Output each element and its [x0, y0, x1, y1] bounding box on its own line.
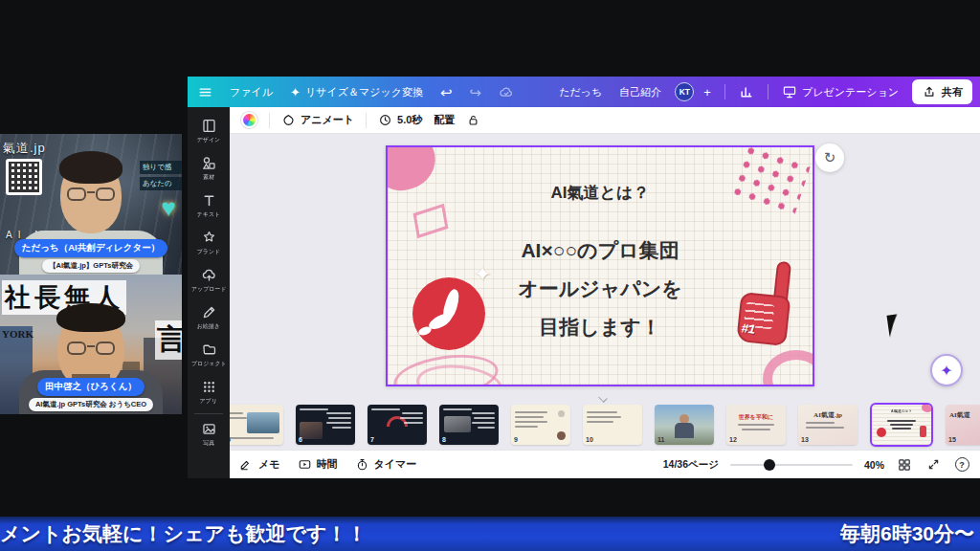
duration-toggle-button[interactable]: 時間 [298, 457, 338, 472]
apps-grid-icon [201, 379, 217, 395]
resize-magic-button[interactable]: ✦ リサイズ＆マジック変換 [286, 82, 427, 102]
duration-icon [298, 457, 312, 472]
page-thumbnail-8[interactable]: 8 [439, 405, 499, 445]
sidebar-item-uploads[interactable]: アップロード [188, 262, 230, 299]
page-thumbnail-7[interactable]: 7 [368, 405, 427, 445]
canva-sidebar: デザイン 素材 テキスト ブランド アップロード [188, 107, 230, 478]
add-member-button[interactable]: + [700, 83, 715, 101]
foam-finger-number: #1 [741, 320, 756, 336]
profile-intro-link[interactable]: 自己紹介 [615, 82, 665, 102]
regenerate-button[interactable]: ↻ [815, 143, 844, 172]
sidebar-item-draw[interactable]: お絵描き [188, 299, 230, 337]
page-thumbnail-11[interactable]: 11 [655, 405, 714, 445]
sidebar-item-apps[interactable]: アプリ [188, 374, 230, 411]
webcam-feed-tadacchi: 氣道.jp AI MUNI 独りで感 あなたの ♥ AI MU ただっち（AI共… [0, 134, 182, 275]
webcam-feed-tanaka: 社長無人 言 YORK 田中啓之（ひろくん） AI氣道.jp GPTs研究会 お… [0, 275, 182, 414]
file-menu-button[interactable]: ファイル [226, 82, 277, 102]
page-thumbnail-13[interactable]: AI氣道.jp 13 [798, 405, 858, 445]
grid-view-icon [897, 457, 912, 473]
slide-page-14[interactable]: AI氣道とは？ AI×○○のプロ集団 オールジャパンを 目指します！ ✦ [386, 145, 814, 386]
file-menu-label: ファイル [230, 85, 273, 99]
cloud-save-status[interactable] [495, 81, 518, 102]
fullscreen-button[interactable] [924, 456, 942, 474]
ticker-left-text: メントお気軽に！シェアも歓迎です！！ [0, 520, 367, 547]
collaborator-name[interactable]: ただっち [555, 82, 606, 102]
grid-view-button[interactable] [896, 456, 913, 474]
share-button[interactable]: 共有 [912, 79, 972, 104]
sidebar-item-design[interactable]: デザイン [188, 113, 230, 150]
magic-wand-icon: ✦ [290, 86, 301, 99]
folder-icon [201, 342, 217, 358]
presentation-label: プレゼンテーション [802, 85, 899, 99]
position-button[interactable]: 配置 [434, 113, 455, 127]
resize-magic-label: リサイズ＆マジック変換 [305, 85, 423, 99]
page-thumbnail-10[interactable]: 10 [583, 405, 642, 445]
redo-button[interactable]: ↪ [466, 82, 486, 102]
upload-cloud-icon [201, 267, 217, 283]
sidebar-item-photos[interactable]: 写真 [188, 416, 230, 453]
timer-icon [355, 457, 369, 472]
hamburger-menu-icon [197, 84, 212, 99]
color-picker-button[interactable] [241, 112, 257, 128]
clock-icon [378, 113, 392, 127]
main-menu-button[interactable] [193, 81, 216, 102]
webcam1-name-label: ただっち（AI共創ディレクター） [14, 239, 168, 257]
sidebar-item-text[interactable]: テキスト [188, 187, 230, 225]
webcam2-name-label: 田中啓之（ひろくん） [37, 378, 145, 396]
sidebar-item-projects[interactable]: プロジェクト [188, 337, 230, 374]
presentation-mode-button[interactable]: プレゼンテーション [778, 81, 902, 102]
help-button[interactable]: ? [953, 456, 970, 474]
user-avatar[interactable]: KT [675, 82, 694, 101]
page-thumbnail-5[interactable]: 5 [230, 405, 283, 445]
share-label: 共有 [942, 85, 963, 99]
stream-ticker: メントお気軽に！シェアも歓迎です！！ 毎朝6時30分〜 [0, 517, 980, 551]
refresh-icon: ↻ [824, 149, 836, 166]
notes-button[interactable]: メモ [239, 457, 280, 472]
page-thumbnail-14-selected[interactable]: AI氣道とは？ [870, 403, 933, 447]
stream-stage: 氣道.jp AI MUNI 独りで感 あなたの ♥ AI MU ただっち（AI共… [0, 0, 980, 551]
canva-topbar: ファイル ✦ リサイズ＆マジック変換 ↩ ↪ ただっち 自己紹介 [188, 77, 980, 107]
status-bar: メモ 時間 タイマー 14/36ページ [230, 450, 980, 478]
design-icon [201, 118, 217, 134]
ticker-right-text: 毎朝6時30分〜 [840, 520, 974, 547]
timer-button[interactable]: タイマー [355, 457, 417, 472]
undo-icon: ↩ [440, 85, 453, 99]
animate-button[interactable]: アニメート [281, 113, 354, 127]
notes-pen-icon [239, 457, 254, 472]
page-thumbnail-6[interactable]: 6 [296, 405, 355, 445]
duration-button[interactable]: 5.0秒 [378, 113, 422, 127]
lock-icon [466, 113, 480, 127]
sidebar-item-elements[interactable]: 素材 [188, 150, 230, 187]
page-filmstrip: 5 6 7 8 [230, 400, 980, 450]
mouse-cursor [886, 314, 900, 337]
presentation-icon [782, 84, 797, 99]
sidebar-divider [194, 413, 223, 414]
undo-button[interactable]: ↩ [436, 82, 457, 102]
zoom-level: 40% [864, 459, 884, 471]
sidebar-item-brand[interactable]: ブランド [188, 225, 230, 262]
sparkle-icon: ✦ [474, 262, 491, 287]
page-thumbnail-9[interactable]: 9 [511, 405, 570, 445]
page-thumbnail-15[interactable]: AI氣道 15 [946, 405, 980, 445]
page-indicator: 14/36ページ [663, 458, 719, 472]
animate-icon [281, 113, 296, 127]
lock-button[interactable] [466, 113, 480, 127]
zoom-slider-knob[interactable] [764, 459, 775, 471]
editor-area: アニメート 5.0秒 配置 [230, 107, 980, 478]
zoom-slider[interactable] [730, 458, 853, 472]
slide-title: AI氣道とは？ [388, 182, 813, 204]
cloud-icon [499, 84, 514, 99]
canva-assistant-button[interactable]: ✦ [930, 354, 963, 386]
page-thumbnail-12[interactable]: 世界を平和に 12 [726, 405, 786, 445]
collapse-filmstrip-chevron[interactable] [597, 392, 611, 402]
share-upload-icon [922, 84, 937, 99]
draw-pen-icon [201, 304, 217, 320]
help-icon: ? [955, 457, 969, 472]
insights-button[interactable] [735, 81, 758, 102]
redo-icon: ↪ [470, 85, 482, 99]
context-toolbar: アニメート 5.0秒 配置 [230, 107, 980, 134]
photos-icon [201, 421, 217, 437]
webcam2-subtitle-label: AI氣道.jp GPTs研究会 おうちCEO [29, 398, 153, 411]
bar-chart-icon [739, 84, 754, 99]
webcam1-name-tags: ただっち（AI共創ディレクター） 【AI氣道.jp】GPTs研究会 [0, 239, 182, 273]
